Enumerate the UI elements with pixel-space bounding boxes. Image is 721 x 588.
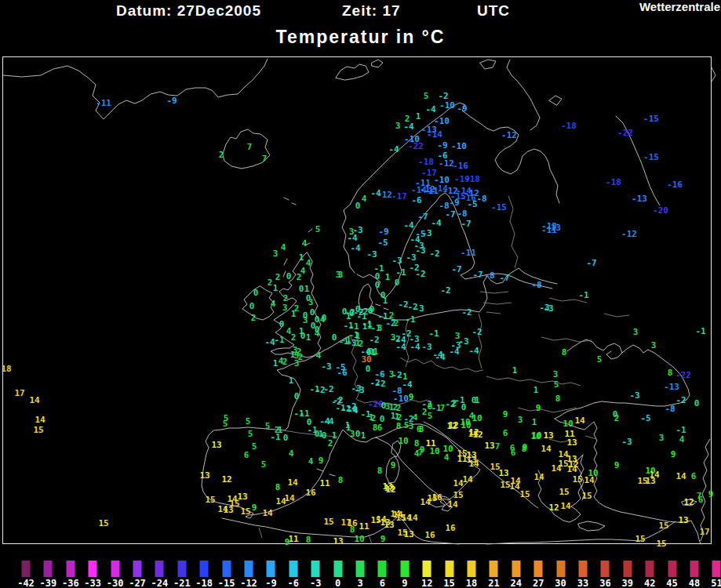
station-temp: 13 — [498, 468, 508, 478]
station-temp: 13 — [333, 536, 343, 546]
station-temp: 3 — [553, 369, 559, 379]
station-temp: -10 — [439, 100, 455, 111]
station-temp: 15 — [205, 495, 215, 505]
scale-label: -12 — [240, 578, 257, 588]
station-temp: 8 — [555, 394, 561, 404]
station-temp: 8 — [396, 421, 402, 431]
station-temp: 2 — [297, 272, 302, 282]
station-temp: 4 — [308, 456, 314, 466]
station-temp: 8 — [275, 482, 281, 492]
station-temp: 9 — [252, 503, 257, 513]
station-temp: 4 — [281, 242, 286, 252]
station-temp: -1 — [340, 335, 351, 345]
station-temp: 5 — [248, 429, 253, 439]
station-temp: 0 — [395, 278, 400, 288]
station-temp: 15 — [559, 487, 569, 497]
station-temp: -4 — [403, 220, 413, 230]
station-temp: 4 — [306, 258, 311, 268]
scale-label: -36 — [62, 578, 79, 588]
scale-chip — [177, 561, 186, 577]
scale-label: 30 — [555, 578, 566, 588]
scale-label: -15 — [218, 578, 235, 588]
europe-coastline-map — [0, 0, 721, 588]
station-temp: 0 — [370, 304, 375, 314]
station-temp: 14 — [560, 501, 570, 511]
station-temp: -2 — [461, 307, 472, 318]
scale-label: -42 — [17, 578, 35, 588]
station-temp: 1 — [362, 321, 368, 332]
station-temp: 3 — [338, 270, 344, 280]
station-temp: 14 — [574, 416, 584, 426]
station-temp: -3 — [629, 390, 639, 401]
station-temp: -7 — [472, 270, 482, 280]
station-temp: -13 — [664, 382, 679, 392]
station-temp: 14 — [287, 477, 297, 488]
station-temp: 8 — [668, 368, 673, 378]
station-temp: 2 — [268, 278, 273, 288]
station-temp: 5 — [261, 459, 267, 470]
station-temp: -18 — [606, 177, 621, 187]
station-temp: -2 — [369, 335, 379, 345]
station-temp: 2 — [422, 407, 428, 417]
scottish-isles — [283, 229, 312, 277]
station-temp: 14 — [533, 472, 544, 482]
station-temp: -1 — [270, 432, 280, 442]
station-temp: 9 — [381, 534, 386, 544]
station-temp: 0 — [299, 284, 304, 294]
station-temp: 8 — [350, 524, 355, 535]
station-temp: 15 — [572, 474, 582, 485]
station-temp: 2 — [251, 313, 257, 323]
station-temp: -16 — [667, 180, 683, 190]
station-temp: 0 — [322, 313, 327, 323]
scale-label: 18 — [466, 578, 477, 588]
station-temp: 1 — [306, 332, 311, 343]
station-temp: -1 — [695, 326, 705, 336]
station-temp: -20 — [653, 205, 668, 216]
scale-label: 6 — [380, 578, 385, 588]
station-temp: 10 — [472, 413, 482, 423]
station-temp: -2 — [440, 285, 450, 296]
station-temp: 3 — [395, 121, 401, 131]
station-temp: 2 — [394, 318, 399, 328]
station-temp: -9 — [166, 96, 177, 106]
station-temp: -5 — [377, 238, 388, 248]
station-temp: 0 — [283, 433, 289, 443]
scale-chip — [245, 561, 253, 577]
station-temp: -3 — [406, 252, 416, 263]
station-temp: 15 — [240, 506, 250, 517]
scale-label: 42 — [644, 578, 655, 588]
station-temp: 12 — [385, 485, 395, 495]
station-temp: 1 — [291, 309, 297, 319]
station-temp: 3 — [518, 415, 523, 425]
station-temp: -1 — [309, 384, 319, 394]
station-temp: -1 — [428, 328, 439, 339]
station-temp: 2 — [275, 272, 281, 282]
scale-label: 0 — [335, 578, 340, 588]
scale-chip — [267, 561, 275, 577]
scale-chip — [89, 561, 97, 577]
station-temp: 3 — [659, 433, 665, 443]
scale-label: -24 — [151, 578, 169, 588]
station-temp: -3 — [421, 342, 432, 352]
station-temp: 1 — [299, 252, 304, 263]
station-temp: -4 — [449, 347, 459, 357]
scale-chip — [623, 561, 632, 577]
station-temp: -4 — [435, 352, 445, 362]
scale-chip — [44, 561, 53, 577]
balearic-islands — [317, 469, 335, 476]
station-temp: 1 — [273, 358, 279, 368]
station-temp: -18 — [561, 121, 577, 131]
scale-chip — [423, 561, 432, 577]
station-temp: 1 — [533, 385, 539, 395]
scale-chip — [22, 561, 31, 577]
scale-label: 39 — [622, 578, 633, 588]
station-temp: 14 — [675, 471, 686, 481]
station-temp: -7 — [445, 209, 455, 220]
station-temp: 3 — [349, 227, 355, 237]
scale-chip — [601, 561, 610, 577]
crete-coast — [578, 521, 605, 531]
station-temp: 0 — [286, 271, 292, 281]
scale-chip — [712, 561, 721, 577]
station-temp: 7 — [247, 142, 253, 152]
station-temp: 16 — [424, 530, 435, 540]
